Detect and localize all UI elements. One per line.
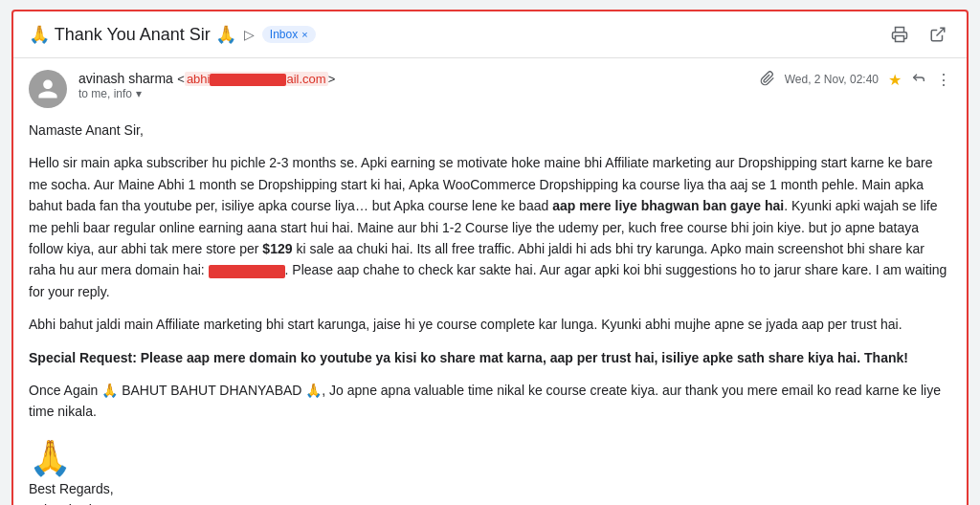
sender-email-redacted: abhiail.com <box>185 72 328 86</box>
forward-arrow-icon: ▷ <box>244 27 255 42</box>
email-header-left: 🙏 Thank You Anant Sir 🙏 ▷ Inbox × <box>29 24 316 45</box>
dropdown-arrow-icon: ▾ <box>136 87 142 100</box>
paragraph-4: Once Again 🙏 BAHUT BAHUT DHANYABAD 🙏, Jo… <box>29 380 951 423</box>
svg-line-1 <box>937 28 945 35</box>
popout-button[interactable] <box>924 21 951 48</box>
email-header: 🙏 Thank You Anant Sir 🙏 ▷ Inbox × <box>13 11 967 58</box>
signature: 🙏 Best Regards, Avinash Sharma Muzaffarp… <box>29 438 951 505</box>
domain-redacted <box>209 265 285 278</box>
sender-right: Wed, 2 Nov, 02:40 ★ ⋮ <box>760 70 951 89</box>
sender-name-row: avinash sharma <abhiail.com> <box>78 70 335 87</box>
sender-left: avinash sharma <abhiail.com> to me, info… <box>29 70 335 108</box>
subject-title: Thank You Anant Sir <box>55 25 215 44</box>
sig-line1: Best Regards, <box>29 478 951 499</box>
reply-icon[interactable] <box>911 70 926 89</box>
email-header-right <box>886 21 951 48</box>
clip-icon <box>760 71 775 89</box>
email-subject: 🙏 Thank You Anant Sir 🙏 <box>29 24 236 45</box>
subject-emoji2: 🙏 <box>215 25 236 44</box>
svg-rect-0 <box>896 36 904 42</box>
greeting: Namaste Anant Sir, <box>29 120 951 141</box>
inbox-badge: Inbox × <box>262 26 316 43</box>
sender-info: avinash sharma <abhiail.com> to me, info… <box>78 70 335 100</box>
more-options-icon[interactable]: ⋮ <box>936 71 951 89</box>
inbox-label: Inbox <box>270 28 298 41</box>
sig-line2: Avinash Sharma <box>29 499 951 505</box>
signature-text: Best Regards, Avinash Sharma Muzaffarpur… <box>29 478 951 505</box>
email-date: Wed, 2 Nov, 02:40 <box>785 73 879 86</box>
print-button[interactable] <box>886 21 913 48</box>
inbox-close-button[interactable]: × <box>301 29 307 40</box>
email-container: 🙏 Thank You Anant Sir 🙏 ▷ Inbox × <box>11 10 969 505</box>
email-content: Namaste Anant Sir, Hello sir main apka s… <box>29 120 951 423</box>
subject-emoji1: 🙏 <box>29 25 50 44</box>
paragraph-1: Hello sir main apka subscriber hu pichle… <box>29 152 951 302</box>
avatar <box>29 70 67 108</box>
paragraph-2: Abhi bahut jaldi main Affiliate marketin… <box>29 314 951 335</box>
sender-name: avinash sharma <box>78 71 173 86</box>
star-icon[interactable]: ★ <box>888 71 902 89</box>
signature-emoji: 🙏 <box>29 438 951 478</box>
sender-row: avinash sharma <abhiail.com> to me, info… <box>29 70 951 108</box>
to-info[interactable]: to me, info ▾ <box>78 87 335 100</box>
to-label: to me, info <box>78 87 132 100</box>
email-body: avinash sharma <abhiail.com> to me, info… <box>13 58 967 505</box>
paragraph-3: Special Request: Please aap mere domain … <box>29 347 951 368</box>
